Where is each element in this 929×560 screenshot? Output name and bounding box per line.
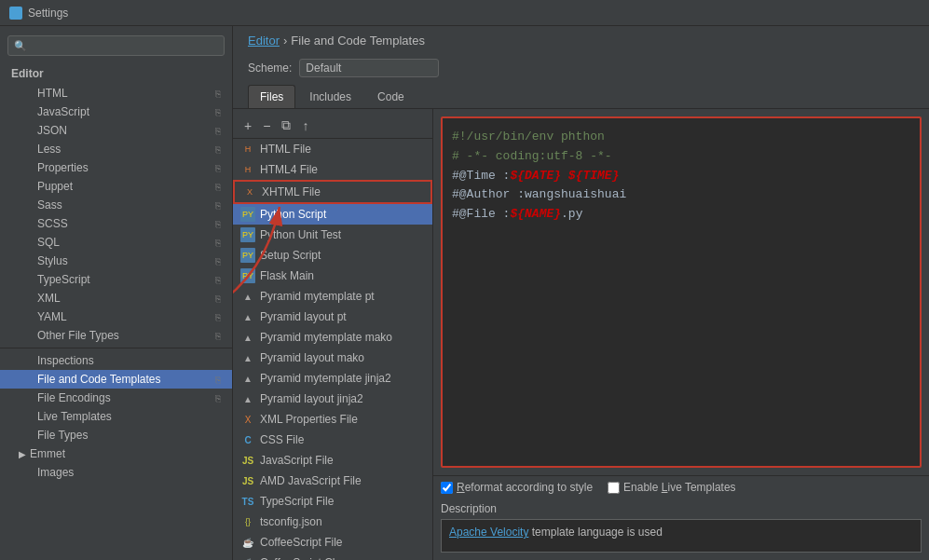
template-item-pyramid-layout-pt[interactable]: ▲ Pyramid layout pt: [233, 307, 432, 327]
setup-script-icon: PY: [240, 248, 255, 263]
template-item-coffeescript-class[interactable]: ☕ CoffeeScript Class: [233, 553, 432, 560]
template-item-pyramid-layout-mako[interactable]: ▲ Pyramid layout mako: [233, 348, 432, 368]
sass-icon: [19, 198, 32, 212]
add-template-button[interactable]: +: [240, 117, 255, 134]
sidebar: 🔍 Editor HTML ⎘ JavaScript ⎘ JSON ⎘: [0, 26, 233, 560]
scheme-select[interactable]: Default Project: [299, 59, 439, 77]
template-item-amd-js-file[interactable]: JS AMD JavaScript File: [233, 471, 432, 491]
search-box[interactable]: 🔍: [7, 35, 225, 56]
sidebar-item-emmet[interactable]: ▶ Emmet: [0, 444, 232, 463]
sidebar-item-json[interactable]: JSON ⎘: [0, 121, 232, 140]
sidebar-item-label: File and Code Templates: [37, 373, 161, 386]
description-link[interactable]: Apache Velocity: [449, 526, 528, 539]
sidebar-item-inspections[interactable]: Inspections: [0, 351, 232, 370]
sidebar-item-label: JavaScript: [37, 105, 89, 118]
sidebar-item-properties[interactable]: Properties ⎘: [0, 158, 232, 177]
template-item-pyramid-layout-jinja2[interactable]: ▲ Pyramid layout jinja2: [233, 389, 432, 409]
html-icon: [19, 87, 32, 100]
template-item-css-file[interactable]: C CSS File: [233, 430, 432, 450]
editor-section-label: Editor: [0, 63, 232, 84]
tab-code[interactable]: Code: [365, 85, 417, 108]
description-label: Description: [441, 502, 922, 515]
move-template-button[interactable]: ↑: [298, 117, 312, 134]
tab-files[interactable]: Files: [248, 85, 295, 108]
live-templates-icon: [19, 410, 32, 423]
sidebar-item-file-encodings[interactable]: File Encodings ⎘: [0, 389, 232, 407]
template-item-setup-script[interactable]: PY Setup Script: [233, 245, 432, 266]
breadcrumb-sep: ›: [283, 34, 287, 48]
sidebar-item-images[interactable]: Images: [0, 463, 232, 482]
breadcrumb-current: File and Code Templates: [291, 34, 425, 48]
sidebar-item-typescript[interactable]: TypeScript ⎘: [0, 270, 232, 289]
reformat-checkbox[interactable]: [441, 482, 453, 494]
sidebar-item-javascript[interactable]: JavaScript ⎘: [0, 102, 232, 121]
template-item-ts-file[interactable]: TS TypeScript File: [233, 491, 432, 512]
scheme-label: Scheme:: [248, 61, 292, 75]
copy-icon: ⎘: [215, 163, 221, 173]
sidebar-item-label: Properties: [37, 161, 89, 174]
sidebar-item-puppet[interactable]: Puppet ⎘: [0, 177, 232, 196]
template-item-pyramid-mytemplate-jinja2[interactable]: ▲ Pyramid mytemplate jinja2: [233, 368, 432, 389]
amd-js-icon: JS: [240, 473, 255, 488]
sidebar-item-label: Sass: [37, 198, 62, 212]
template-item-html4-file[interactable]: H HTML4 File: [233, 159, 432, 180]
template-item-pyramid-mytemplate-mako[interactable]: ▲ Pyramid mytemplate mako: [233, 327, 432, 348]
template-item-xhtml-file[interactable]: X XHTML File: [233, 180, 432, 204]
xhtml-file-icon: X: [242, 184, 257, 199]
scheme-row: Scheme: Default Project: [233, 55, 929, 85]
template-item-coffeescript-file[interactable]: ☕ CoffeeScript File: [233, 532, 432, 553]
js-icon: [19, 105, 32, 118]
live-templates-checkbox[interactable]: [608, 482, 620, 494]
flask-icon: PY: [240, 268, 255, 283]
template-item-flask-main[interactable]: PY Flask Main: [233, 266, 432, 286]
remove-template-button[interactable]: −: [259, 117, 274, 134]
sidebar-item-label: HTML: [37, 87, 68, 100]
sidebar-item-yaml[interactable]: YAML ⎘: [0, 307, 232, 326]
sidebar-item-stylus[interactable]: Stylus ⎘: [0, 252, 232, 270]
search-input[interactable]: [31, 39, 218, 52]
stylus-icon: [19, 254, 32, 267]
pyramid-mako-icon: ▲: [240, 330, 255, 345]
template-item-pyramid-mytemplate-pt[interactable]: ▲ Pyramid mytemplate pt: [233, 286, 432, 307]
template-item-xml-properties[interactable]: X XML Properties File: [233, 409, 432, 430]
code-editor[interactable]: #!/usr/bin/env phthon # -*- coding:utf-8…: [441, 116, 922, 468]
template-item-html-file[interactable]: H HTML File: [233, 139, 432, 159]
sidebar-item-html[interactable]: HTML ⎘: [0, 84, 232, 102]
inspections-icon: [19, 354, 32, 367]
search-icon: 🔍: [14, 40, 27, 52]
code-line-3: #@Time :${DATE} ${TIME}: [452, 167, 910, 186]
dialog-content: 🔍 Editor HTML ⎘ JavaScript ⎘ JSON ⎘: [0, 26, 929, 560]
copy-template-button[interactable]: ⧉: [278, 116, 294, 134]
sidebar-item-live-templates[interactable]: Live Templates: [0, 407, 232, 426]
copy-icon: ⎘: [215, 294, 221, 304]
sidebar-item-xml[interactable]: XML ⎘: [0, 289, 232, 307]
sidebar-item-scss[interactable]: SCSS ⎘: [0, 214, 232, 233]
editor-area: #!/usr/bin/env phthon # -*- coding:utf-8…: [433, 109, 929, 560]
sidebar-item-other-file-types[interactable]: Other File Types ⎘: [0, 326, 232, 345]
xml-icon: [19, 292, 32, 305]
template-item-tsconfig[interactable]: {} tsconfig.json: [233, 512, 432, 532]
template-item-python-unit-test[interactable]: PY Python Unit Test: [233, 225, 432, 245]
pyramid-jinja2-icon: ▲: [240, 371, 255, 386]
sidebar-item-label: Inspections: [37, 354, 94, 367]
sidebar-item-sql[interactable]: SQL ⎘: [0, 233, 232, 252]
tabs-row: Files Includes Code: [233, 85, 929, 109]
sidebar-item-sass[interactable]: Sass ⎘: [0, 196, 232, 214]
sidebar-item-file-types[interactable]: File Types: [0, 426, 232, 444]
template-item-python-script[interactable]: PY Python Script: [233, 204, 432, 225]
template-list: + − ⧉ ↑ H HTML File H HTML4 File X: [233, 109, 433, 560]
sidebar-item-file-code-templates[interactable]: File and Code Templates ⎘: [0, 370, 232, 389]
reformat-group: Reformat according to style: [441, 481, 593, 494]
tab-includes[interactable]: Includes: [297, 85, 363, 108]
copy-icon: ⎘: [215, 219, 221, 229]
sidebar-item-less[interactable]: Less ⎘: [0, 140, 232, 158]
template-item-js-file[interactable]: JS JavaScript File: [233, 450, 432, 471]
sidebar-item-label: Less: [37, 143, 61, 156]
other-icon: [19, 329, 32, 342]
reformat-label: Reformat according to style: [457, 481, 593, 494]
sidebar-item-label: SCSS: [37, 217, 68, 230]
copy-icon: ⎘: [215, 375, 221, 385]
puppet-icon: [19, 180, 32, 193]
title-text: Settings: [28, 7, 68, 20]
pyramid-layout-jinja2-icon: ▲: [240, 391, 255, 406]
